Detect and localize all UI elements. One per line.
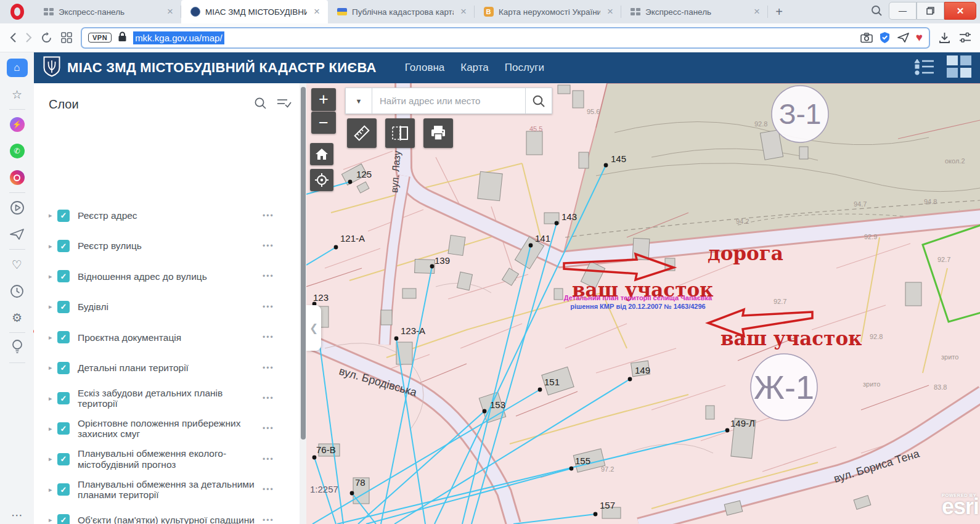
browser-tab[interactable]: ВКарта нерухомості України×: [475, 0, 621, 23]
layers-scrollbar[interactable]: [300, 83, 306, 524]
browser-tab[interactable]: Экспресс-панель×: [35, 0, 181, 23]
history-icon[interactable]: [7, 282, 28, 300]
snapshot-camera-icon[interactable]: [860, 33, 873, 43]
layer-menu-icon[interactable]: •••: [263, 333, 283, 342]
speed-dial-grid-icon[interactable]: [61, 32, 72, 43]
layer-item[interactable]: ▸✓Відношення адрес до вулиць•••: [34, 261, 299, 292]
zoom-in-button[interactable]: +: [311, 88, 336, 111]
home-icon[interactable]: ⌂: [7, 59, 28, 77]
layer-checkbox[interactable]: ✓: [57, 240, 70, 252]
swipe-tool-button[interactable]: [385, 118, 415, 148]
expand-arrow-icon[interactable]: ▸: [49, 425, 57, 433]
layer-search-icon[interactable]: [254, 97, 267, 112]
bookmark-heart-icon[interactable]: ♥: [916, 31, 923, 44]
layer-menu-icon[interactable]: •••: [263, 364, 283, 372]
basemap-grid-icon[interactable]: [947, 55, 971, 80]
layer-menu-icon[interactable]: •••: [263, 242, 283, 250]
layer-checkbox[interactable]: ✓: [57, 362, 70, 374]
layer-item[interactable]: ▸✓Детальні плани території•••: [34, 353, 299, 383]
more-icon[interactable]: ⋯: [7, 506, 28, 524]
layer-menu-icon[interactable]: •••: [263, 485, 283, 494]
url-field[interactable]: VPN mkk.kga.gov.ua/map/ ♥: [81, 27, 930, 49]
layer-checkbox[interactable]: ✓: [57, 453, 70, 465]
back-icon[interactable]: [10, 32, 17, 43]
legend-icon[interactable]: [913, 57, 934, 78]
layer-checkbox[interactable]: ✓: [57, 270, 70, 282]
search-icon[interactable]: [871, 5, 883, 17]
expand-arrow-icon[interactable]: ▸: [49, 303, 57, 311]
layer-item[interactable]: ▸✓Орієнтовне положення прибережних захис…: [34, 414, 299, 444]
nav-item-головна[interactable]: Головна: [405, 62, 445, 74]
browser-tab[interactable]: Публічна кадастрова карта×: [328, 0, 475, 23]
layer-item[interactable]: ▸✓Об'єкти (пам'ятки) культурної спадщини…: [34, 505, 299, 524]
new-tab-button[interactable]: +: [768, 0, 790, 23]
map-canvas[interactable]: З-1Ж-1 95.645.592.894.794.894.292.992.79…: [306, 83, 980, 524]
instagram-icon[interactable]: [7, 168, 28, 187]
layer-checkbox[interactable]: ✓: [57, 514, 70, 524]
settings-icon[interactable]: ⚙: [7, 308, 28, 327]
layer-menu-icon[interactable]: •••: [263, 211, 283, 220]
browser-tab[interactable]: Экспресс-панель×: [621, 0, 768, 23]
opera-logo-icon[interactable]: [0, 0, 35, 23]
zoom-out-button[interactable]: −: [311, 112, 336, 134]
layer-item[interactable]: ▸✓Проєктна документація•••: [34, 322, 299, 353]
layer-menu-icon[interactable]: •••: [263, 272, 283, 280]
layer-filter-icon[interactable]: [277, 97, 292, 112]
expand-arrow-icon[interactable]: ▸: [49, 334, 57, 342]
layer-menu-icon[interactable]: •••: [263, 424, 283, 433]
layer-checkbox[interactable]: ✓: [57, 331, 70, 343]
layer-checkbox[interactable]: ✓: [57, 483, 70, 496]
layer-menu-icon[interactable]: •••: [263, 516, 283, 524]
home-extent-button[interactable]: [310, 143, 333, 165]
maximize-button[interactable]: [917, 2, 944, 20]
reload-icon[interactable]: [41, 32, 52, 44]
forward-icon[interactable]: [25, 32, 32, 43]
url-text[interactable]: mkk.kga.gov.ua/map/: [133, 31, 224, 44]
layer-item[interactable]: ▸✓Реєстр вулиць•••: [34, 231, 299, 261]
cadastral-map[interactable]: З-1Ж-1 95.645.592.894.794.894.292.992.79…: [306, 83, 980, 524]
layer-checkbox[interactable]: ✓: [57, 392, 70, 404]
print-tool-button[interactable]: [423, 118, 453, 148]
layer-item[interactable]: ▸✓Планувальні обмеження за детальними пл…: [34, 475, 299, 505]
panel-collapse-button[interactable]: ❮: [306, 305, 321, 351]
tab-close-icon[interactable]: ×: [752, 6, 762, 18]
layer-checkbox[interactable]: ✓: [57, 210, 70, 222]
layer-item[interactable]: ▸✓Ескіз забудови детальних планів терито…: [34, 383, 299, 413]
layer-checkbox[interactable]: ✓: [57, 301, 70, 313]
browser-tab[interactable]: МІАС ЗМД МІСТОБУДІВНИЙ×: [181, 0, 328, 23]
layer-item[interactable]: ▸✓Реєстр адрес•••: [34, 200, 299, 231]
my-flow-icon[interactable]: [7, 225, 28, 244]
tune-settings-icon[interactable]: [959, 32, 971, 43]
layer-menu-icon[interactable]: •••: [263, 455, 283, 464]
shield-check-icon[interactable]: [879, 31, 891, 44]
layer-item[interactable]: ▸✓Будівлі•••: [34, 292, 299, 322]
search-source-dropdown[interactable]: ▼: [345, 88, 372, 114]
vpn-badge[interactable]: VPN: [88, 33, 112, 43]
whatsapp-icon[interactable]: ✆: [7, 142, 28, 160]
messenger-icon[interactable]: ⚡: [7, 115, 28, 134]
tab-close-icon[interactable]: ×: [605, 6, 615, 18]
nav-item-послуги[interactable]: Послуги: [505, 62, 544, 74]
layer-item[interactable]: ▸✓Планувальні обмеження еколого-містобуд…: [34, 444, 299, 474]
expand-arrow-icon[interactable]: ▸: [49, 516, 57, 524]
download-icon[interactable]: [939, 32, 950, 44]
locate-button[interactable]: [310, 169, 333, 191]
map-search-input[interactable]: [372, 88, 525, 114]
nav-item-карта[interactable]: Карта: [460, 62, 489, 74]
tab-close-icon[interactable]: ×: [312, 6, 322, 18]
expand-arrow-icon[interactable]: ▸: [49, 364, 57, 372]
layer-checkbox[interactable]: ✓: [57, 422, 70, 435]
expand-arrow-icon[interactable]: ▸: [49, 395, 57, 403]
expand-arrow-icon[interactable]: ▸: [49, 486, 57, 494]
layer-menu-icon[interactable]: •••: [263, 303, 283, 311]
tab-close-icon[interactable]: ×: [459, 6, 468, 18]
player-icon[interactable]: [7, 199, 28, 217]
expand-arrow-icon[interactable]: ▸: [49, 455, 57, 463]
expand-arrow-icon[interactable]: ▸: [49, 272, 57, 280]
send-to-flow-icon[interactable]: [897, 32, 910, 43]
tab-close-icon[interactable]: ×: [165, 6, 175, 18]
minimize-button[interactable]: —: [889, 2, 917, 20]
bookmarks-star-icon[interactable]: ☆: [7, 85, 28, 104]
close-button[interactable]: ✕: [944, 2, 976, 20]
expand-arrow-icon[interactable]: ▸: [49, 242, 57, 250]
